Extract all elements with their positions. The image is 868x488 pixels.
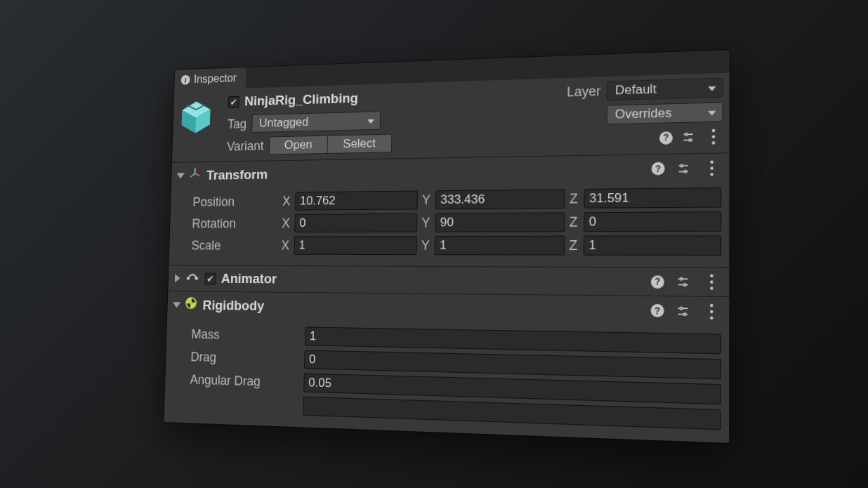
svg-point-8 xyxy=(689,138,691,140)
mass-label: Mass xyxy=(191,327,298,343)
axis-y-label: Y xyxy=(421,215,432,230)
active-checkbox[interactable]: ✔ xyxy=(228,95,239,107)
axis-y-label: Y xyxy=(421,237,431,253)
tab-inspector[interactable]: i Inspector xyxy=(174,67,246,90)
axis-x-label: X xyxy=(282,216,291,230)
scale-x-input[interactable]: 1 xyxy=(294,236,417,255)
rigidbody-component: Rigidbody ? Mass 1 xyxy=(164,291,730,443)
svg-point-22 xyxy=(684,283,686,285)
axis-z-label: Z xyxy=(570,190,580,206)
transform-component: Transform ? Position X10.76 xyxy=(169,152,729,267)
overrides-dropdown[interactable]: Overrides xyxy=(607,102,723,124)
svg-point-27 xyxy=(683,312,685,315)
rigidbody-icon xyxy=(184,296,197,313)
inspector-panel: i Inspector ✔ NinjaRig_Climbing xyxy=(164,50,730,443)
help-icon[interactable]: ? xyxy=(652,161,665,175)
position-z-input[interactable]: 31.591 xyxy=(584,187,721,208)
foldout-icon[interactable] xyxy=(177,172,185,178)
mass-input[interactable]: 1 xyxy=(305,327,721,354)
svg-line-10 xyxy=(195,173,199,176)
tag-label: Tag xyxy=(228,116,247,131)
scale-y-input[interactable]: 1 xyxy=(435,235,565,255)
svg-point-6 xyxy=(685,133,688,135)
svg-point-25 xyxy=(680,306,682,308)
axis-x-label: X xyxy=(282,193,292,208)
animator-icon xyxy=(185,270,199,286)
rotation-z-input[interactable]: 0 xyxy=(584,211,721,232)
scale-label: Scale xyxy=(191,237,277,252)
svg-point-13 xyxy=(680,164,683,166)
position-y-input[interactable]: 333.436 xyxy=(435,189,565,209)
context-menu-icon[interactable] xyxy=(704,127,723,146)
axis-x-label: X xyxy=(281,237,291,252)
variant-label: Variant xyxy=(227,138,264,154)
blank-label xyxy=(189,395,296,414)
svg-line-11 xyxy=(190,173,195,177)
tag-value: Untagged xyxy=(259,114,309,130)
settings-icon[interactable] xyxy=(679,128,698,147)
layer-label: Layer xyxy=(567,83,600,100)
help-icon[interactable]: ? xyxy=(651,275,664,288)
rigidbody-title: Rigidbody xyxy=(202,297,264,313)
context-menu-icon[interactable] xyxy=(702,301,721,320)
svg-point-15 xyxy=(684,170,686,172)
drag-label: Drag xyxy=(190,349,298,367)
animator-title: Animator xyxy=(221,270,277,286)
scale-z-input[interactable]: 1 xyxy=(584,235,721,256)
svg-point-20 xyxy=(680,277,682,279)
select-button[interactable]: Select xyxy=(327,134,391,152)
prefab-icon xyxy=(178,97,213,135)
help-icon[interactable]: ? xyxy=(651,303,664,317)
object-name[interactable]: NinjaRig_Climbing xyxy=(244,90,358,109)
tab-label: Inspector xyxy=(194,72,237,86)
prefab-buttons: Open Select xyxy=(269,133,392,154)
settings-icon[interactable] xyxy=(674,159,693,178)
axis-z-label: Z xyxy=(569,237,579,253)
info-icon: i xyxy=(181,74,190,84)
layer-dropdown[interactable]: Default xyxy=(607,77,723,100)
settings-icon[interactable] xyxy=(673,301,692,320)
rotation-y-input[interactable]: 90 xyxy=(435,212,565,232)
angular-drag-label: Angular Drag xyxy=(190,371,297,390)
foldout-icon[interactable] xyxy=(175,274,180,282)
transform-icon xyxy=(188,166,202,184)
axis-z-label: Z xyxy=(570,213,580,230)
overrides-label: Overrides xyxy=(615,105,672,122)
tag-dropdown[interactable]: Untagged xyxy=(251,111,381,133)
settings-icon[interactable] xyxy=(673,272,692,291)
help-icon[interactable]: ? xyxy=(659,131,673,144)
transform-title: Transform xyxy=(206,166,268,183)
context-menu-icon[interactable] xyxy=(702,158,721,177)
position-x-input[interactable]: 10.762 xyxy=(295,190,418,210)
layer-value: Default xyxy=(615,81,657,98)
foldout-icon[interactable] xyxy=(173,301,180,307)
animator-enabled-checkbox[interactable]: ✔ xyxy=(204,272,216,284)
open-button[interactable]: Open xyxy=(270,136,328,154)
context-menu-icon[interactable] xyxy=(702,272,721,291)
rotation-label: Rotation xyxy=(192,216,278,231)
position-label: Position xyxy=(192,194,279,209)
axis-y-label: Y xyxy=(422,192,433,207)
rotation-x-input[interactable]: 0 xyxy=(294,213,417,232)
